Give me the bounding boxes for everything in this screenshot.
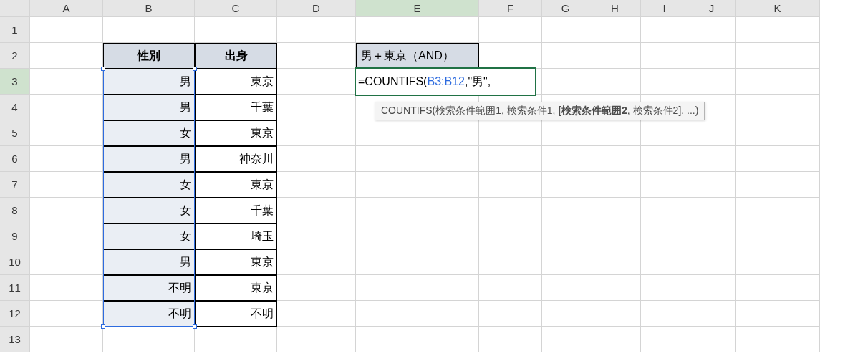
- cell-d5[interactable]: [277, 120, 356, 146]
- cell-a4[interactable]: [30, 95, 103, 120]
- cell-e1[interactable]: [356, 17, 479, 43]
- cell-b1[interactable]: [103, 17, 195, 43]
- cell-g1[interactable]: [542, 17, 589, 43]
- cell-k7[interactable]: [736, 172, 820, 198]
- cell-i1[interactable]: [641, 17, 688, 43]
- row-header-10[interactable]: 10: [0, 249, 30, 275]
- cell-e6[interactable]: [356, 146, 479, 172]
- cell-f8[interactable]: [479, 198, 542, 223]
- col-header-i[interactable]: I: [641, 0, 688, 17]
- cell-a5[interactable]: [30, 120, 103, 146]
- cell-k13[interactable]: [736, 327, 820, 352]
- cell-h5[interactable]: [589, 120, 641, 146]
- cell-k9[interactable]: [736, 223, 820, 249]
- cell-j10[interactable]: [688, 249, 736, 275]
- col-header-b[interactable]: B: [103, 0, 195, 17]
- cell-i3[interactable]: [641, 69, 688, 95]
- cell-a12[interactable]: [30, 301, 103, 327]
- row-header-11[interactable]: 11: [0, 275, 30, 301]
- cell-j1[interactable]: [688, 17, 736, 43]
- cell-i13[interactable]: [641, 327, 688, 352]
- cell-c4[interactable]: 千葉: [195, 95, 277, 120]
- row-header-2[interactable]: 2: [0, 43, 30, 69]
- cell-e3-editing[interactable]: =COUNTIFS(B3:B12,"男",: [356, 69, 535, 95]
- row-header-5[interactable]: 5: [0, 120, 30, 146]
- cell-a1[interactable]: [30, 17, 103, 43]
- col-header-g[interactable]: G: [542, 0, 589, 17]
- row-header-12[interactable]: 12: [0, 301, 30, 327]
- cell-k1[interactable]: [736, 17, 820, 43]
- cell-g9[interactable]: [542, 223, 589, 249]
- cell-g6[interactable]: [542, 146, 589, 172]
- cell-i7[interactable]: [641, 172, 688, 198]
- row-header-4[interactable]: 4: [0, 95, 30, 120]
- cell-j7[interactable]: [688, 172, 736, 198]
- cell-k12[interactable]: [736, 301, 820, 327]
- cell-k10[interactable]: [736, 249, 820, 275]
- cell-h11[interactable]: [589, 275, 641, 301]
- cell-a13[interactable]: [30, 327, 103, 352]
- cell-h3[interactable]: [589, 69, 641, 95]
- cell-f5[interactable]: [479, 120, 542, 146]
- cell-j12[interactable]: [688, 301, 736, 327]
- cell-a8[interactable]: [30, 198, 103, 223]
- cell-c6[interactable]: 神奈川: [195, 146, 277, 172]
- cell-c2[interactable]: 出身: [195, 43, 277, 69]
- cell-j3[interactable]: [688, 69, 736, 95]
- cell-a9[interactable]: [30, 223, 103, 249]
- cell-d9[interactable]: [277, 223, 356, 249]
- cell-i11[interactable]: [641, 275, 688, 301]
- cell-b12[interactable]: 不明: [103, 301, 195, 327]
- cell-c9[interactable]: 埼玉: [195, 223, 277, 249]
- cell-c13[interactable]: [195, 327, 277, 352]
- cell-i10[interactable]: [641, 249, 688, 275]
- cell-f1[interactable]: [479, 17, 542, 43]
- col-header-e[interactable]: E: [356, 0, 479, 17]
- cell-g8[interactable]: [542, 198, 589, 223]
- cell-j8[interactable]: [688, 198, 736, 223]
- cell-c10[interactable]: 東京: [195, 249, 277, 275]
- cell-b8[interactable]: 女: [103, 198, 195, 223]
- cell-a7[interactable]: [30, 172, 103, 198]
- cell-h9[interactable]: [589, 223, 641, 249]
- cell-h10[interactable]: [589, 249, 641, 275]
- col-header-j[interactable]: J: [688, 0, 736, 17]
- cell-g12[interactable]: [542, 301, 589, 327]
- cell-e8[interactable]: [356, 198, 479, 223]
- cell-c12[interactable]: 不明: [195, 301, 277, 327]
- cell-f12[interactable]: [479, 301, 542, 327]
- cell-f2[interactable]: [479, 43, 542, 69]
- cell-j11[interactable]: [688, 275, 736, 301]
- cell-e9[interactable]: [356, 223, 479, 249]
- cell-b2[interactable]: 性別: [103, 43, 195, 69]
- cell-d2[interactable]: [277, 43, 356, 69]
- cell-f10[interactable]: [479, 249, 542, 275]
- row-header-9[interactable]: 9: [0, 223, 30, 249]
- col-header-d[interactable]: D: [277, 0, 356, 17]
- cell-d1[interactable]: [277, 17, 356, 43]
- cell-d3[interactable]: [277, 69, 356, 95]
- cell-i8[interactable]: [641, 198, 688, 223]
- cell-j6[interactable]: [688, 146, 736, 172]
- cell-d12[interactable]: [277, 301, 356, 327]
- cell-h12[interactable]: [589, 301, 641, 327]
- cell-c5[interactable]: 東京: [195, 120, 277, 146]
- cell-g7[interactable]: [542, 172, 589, 198]
- cell-h8[interactable]: [589, 198, 641, 223]
- cell-i2[interactable]: [641, 43, 688, 69]
- cell-c11[interactable]: 東京: [195, 275, 277, 301]
- row-header-1[interactable]: 1: [0, 17, 30, 43]
- cell-b13[interactable]: [103, 327, 195, 352]
- cell-d13[interactable]: [277, 327, 356, 352]
- cell-e5[interactable]: [356, 120, 479, 146]
- row-header-3[interactable]: 3: [0, 69, 30, 95]
- cell-e10[interactable]: [356, 249, 479, 275]
- cell-d7[interactable]: [277, 172, 356, 198]
- cell-d8[interactable]: [277, 198, 356, 223]
- cell-g3[interactable]: [542, 69, 589, 95]
- cell-e11[interactable]: [356, 275, 479, 301]
- cell-c7[interactable]: 東京: [195, 172, 277, 198]
- cell-c8[interactable]: 千葉: [195, 198, 277, 223]
- select-all-corner[interactable]: [0, 0, 30, 17]
- cell-i6[interactable]: [641, 146, 688, 172]
